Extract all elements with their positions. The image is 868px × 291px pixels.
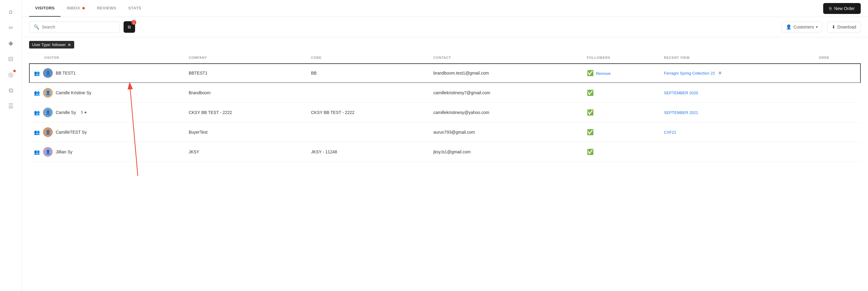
sidebar-item-diamond[interactable]: ◆ [4,36,18,50]
visitor-group-icon: 👥 [34,90,40,96]
followers-cell: ✅ Remove [582,63,659,83]
filter-tag-user-type: User Type: follower ✕ [29,41,74,49]
list-icon: ☰ [8,103,13,110]
col-company: COMPANY [184,52,306,63]
new-order-icon: ⎘ [829,6,832,11]
col-code: CODE [306,52,429,63]
filter-tags-container: User Type: follower ✕ [22,37,868,52]
chevron-down-icon: ▾ [816,25,818,29]
contact-cell: camillekristinesy@yahoo.com [429,103,582,122]
contact-cell: jksy.ls1@gmail.com [429,142,582,162]
recent-view-cell: CXF21 [659,122,814,142]
visitors-table: VISITOR COMPANY CODE CONTACT FOLLOWERS R… [29,52,861,162]
company-cell: BBTEST1 [184,63,306,83]
copy-icon: ⧉ [9,87,13,94]
table-row[interactable]: 👥 👤 Jillian Sy JKSY JKSY - 11248 jksy.ls… [29,142,861,162]
table-row[interactable]: 👥 👤 Camille Kristine Sy Brandboom camill… [29,83,861,103]
followers-cell: ✅ [582,83,659,103]
code-cell: BB [306,63,429,83]
home-icon: ⌂ [9,8,12,15]
search-input[interactable] [42,25,115,29]
row-menu-icon[interactable]: ≡ [719,70,721,76]
visitor-cell: 👥 👤 BB TEST1 [29,63,184,83]
sidebar: ⌂ ∞ ◆ ⊟ ◎ ⧉ ☰ [0,0,22,291]
inbox-badge-dot [82,7,85,9]
col-contact: CONTACT [429,52,582,63]
code-cell [306,122,429,142]
follower-check-icon: ✅ [587,110,594,116]
code-cell: CKSY BB TEST - 2222 [306,103,429,122]
loops-icon: ∞ [8,24,13,31]
avatar: 👤 [43,108,53,117]
avatar: 👤 [43,88,53,97]
table-header: VISITOR COMPANY CODE CONTACT FOLLOWERS R… [29,52,861,63]
sidebar-item-list[interactable]: ☰ [4,99,18,113]
diamond-icon: ◆ [8,39,13,47]
sidebar-item-loops[interactable]: ∞ [4,21,18,34]
new-order-button[interactable]: ⎘ New Order [823,3,861,14]
code-cell: JKSY - 11248 [306,142,429,162]
followers-cell: ✅ [582,103,659,122]
recent-view-link[interactable]: SEPTEMBER 2020 [664,91,698,95]
sidebar-item-broadcast[interactable]: ◎ [4,68,18,81]
followers-cell: ✅ [582,142,659,162]
filter-icon: ⧉ [128,25,131,30]
follower-check-icon: ✅ [587,70,594,76]
visitor-name: CamilleTEST Sy [56,130,87,135]
sidebar-item-copy[interactable]: ⧉ [4,84,18,97]
toolbar-right: 👤 Customers ▾ ⬇ Download [781,22,861,32]
recent-view-link[interactable]: SEPTEMBER 2021 [664,110,698,115]
search-icon: 🔍 [34,24,39,30]
download-button[interactable]: ⬇ Download [827,22,861,32]
table-row[interactable]: 👥 👤 CamilleTEST Sy BuyerTest aurun793@gm… [29,122,861,142]
tab-stats[interactable]: STATS [122,0,148,17]
filter-tag-label: User Type: follower [32,42,66,47]
recent-view-cell: Ferragni Spring Collection 22 ≡ [659,63,814,83]
order-cell [814,83,861,103]
table-row[interactable]: 👥 👤 BB TEST1 BBTEST1 BB brandboom.test1@… [29,63,861,83]
visitor-cell: 👥 👤 Camille Sy 5 ★ [29,103,184,122]
visitor-group-icon: 👥 [34,70,40,76]
visitor-name: Jillian Sy [56,149,72,154]
tab-reviews[interactable]: REVIEWS [91,0,122,17]
broadcast-badge [13,70,16,72]
contact-cell: brandboom.test1@gmail.com [429,63,582,83]
layers-icon: ⊟ [8,55,13,62]
filter-button[interactable]: ⧉ 1 [124,21,135,33]
tab-visitors[interactable]: VISITORS [29,0,61,17]
sidebar-item-layers[interactable]: ⊟ [4,52,18,65]
table-row[interactable]: 👥 👤 Camille Sy 5 ★ CKSY BB TEST - 2222 C… [29,103,861,122]
company-cell: BuyerTest [184,122,306,142]
recent-view-cell: SEPTEMBER 2021 [659,103,814,122]
search-box[interactable]: 🔍 [29,22,120,32]
main-content: VISITORS INBOX REVIEWS STATS ⎘ New Order… [22,0,868,291]
visitor-cell: 👥 👤 Jillian Sy [29,142,184,162]
visitor-name: Camille Sy [56,110,76,115]
follower-check-icon: ✅ [587,149,594,155]
star-badge: 5 ★ [81,110,87,115]
contact-cell: aurun793@gmail.com [429,122,582,142]
customers-button[interactable]: 👤 Customers ▾ [781,22,822,32]
order-cell [814,142,861,162]
table-body: 👥 👤 BB TEST1 BBTEST1 BB brandboom.test1@… [29,63,861,162]
recent-view-link[interactable]: CXF21 [664,130,676,135]
contact-cell: camillekristinesy7@gmail.com [429,83,582,103]
avatar: 👤 [43,127,53,137]
order-cell [814,122,861,142]
broadcast-icon: ◎ [8,71,13,78]
remove-link[interactable]: Remove [596,71,611,76]
avatar: 👤 [43,68,53,78]
visitor-name: Camille Kristine Sy [56,90,91,95]
filter-tag-remove[interactable]: ✕ [67,43,71,47]
customers-icon: 👤 [786,24,792,30]
toolbar: 🔍 ⧉ 1 👤 Customers ▾ ⬇ Download [22,17,868,37]
nav-tabs: VISITORS INBOX REVIEWS STATS [29,0,148,17]
recent-view-link[interactable]: Ferragni Spring Collection 22 [664,71,715,76]
recent-view-cell [659,142,814,162]
col-recent-view: RECENT VIEW [659,52,814,63]
visitor-group-icon: 👥 [34,149,40,155]
sidebar-item-home[interactable]: ⌂ [4,5,18,18]
visitor-group-icon: 👥 [34,129,40,135]
company-cell: JKSY [184,142,306,162]
tab-inbox[interactable]: INBOX [61,0,91,17]
